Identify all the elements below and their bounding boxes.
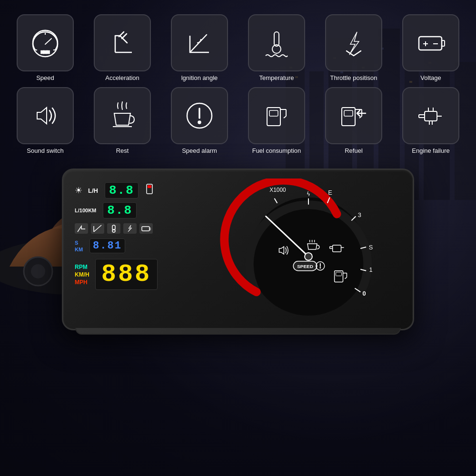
icon-label-engine: Engine failure [412,147,450,154]
l100km-label: L/100KM [75,208,96,213]
km-label: KM [75,247,83,252]
icon-item-engine: Engine failure [395,87,466,154]
hud-icon-angle [91,223,104,234]
ignition-icon [183,26,216,60]
sound-icon [29,99,62,132]
icon-box-throttle [325,14,382,71]
hud-icon-accel [75,223,88,234]
fuel-rate-digit: 8.8 [103,202,137,218]
hud-l100km-row: L/100KM 8.8 [75,202,208,218]
speed-units: S KM [75,240,83,252]
svg-line-68 [94,225,101,232]
icon-item-acceleration: Acceleration [87,14,158,81]
svg-text:X1000: X1000 [269,187,286,193]
icon-box-rest [94,87,151,144]
svg-line-23 [45,39,51,44]
icon-item-speed: KM/H Speed [10,14,81,81]
sun-icon: ☀ [75,185,82,196]
angle-small-icon [93,224,102,233]
hud-speed-km-row: S KM 8.81 [75,238,208,253]
rest-icon [106,99,139,132]
icon-box-sound [17,87,74,144]
icon-box-engine [402,87,459,144]
svg-rect-72 [142,227,149,231]
svg-text:SPEED: SPEED [297,264,313,269]
icon-box-ignition [171,14,228,71]
fuel-small-icon [145,183,154,198]
main-content: KM/H Speed Acceleration [0,0,476,476]
icon-label-ignition: lgnition angle [181,74,218,81]
icon-item-rest: Rest [87,87,158,154]
lh-label: L/H [88,187,98,194]
icon-label-throttle: Throttle positison [330,74,377,81]
svg-rect-73 [149,228,151,230]
battery-small-icon [141,224,151,233]
svg-line-50 [284,116,286,118]
speed-alarm-icon [183,99,216,132]
temperature-icon [260,26,293,60]
icon-item-throttle: Throttle positison [318,14,389,81]
hud-small-icons [75,223,208,234]
icon-item-fuel: Fuel consumption [241,87,312,154]
icon-item-voltage: Voltage [395,14,466,81]
svg-rect-52 [344,110,353,116]
hud-device: ☀ L/H 8.8 L/100KM 8.8 [62,169,414,330]
voltage-icon [414,26,447,60]
svg-point-100 [319,267,321,268]
icon-item-refuel: Refuel [318,87,389,154]
icon-label-speed: Speed [36,74,54,81]
fuel-indicator [145,183,154,198]
hud-speed-badge: SPEED [293,261,317,271]
svg-text:ϟ: ϟ [307,191,310,198]
hud-icon-battery [139,223,153,234]
icon-box-speed-alarm [171,87,228,144]
svg-text:3: 3 [358,211,361,218]
hud-left-panel: ☀ L/H 8.8 L/100KM 8.8 [75,178,208,320]
main-speed-digits: 888 [95,259,158,290]
svg-line-34 [190,35,207,52]
icon-label-speed-alarm: Speed alarm [182,147,217,154]
hud-right-panel: 0 1 S 3 E X1000 ϟ [216,178,401,320]
engine-icon [414,99,447,132]
svg-rect-37 [419,37,442,50]
hud-icon-temp [107,223,120,234]
icon-label-temperature: Temperature [259,74,294,81]
mph-label: MPH [75,279,89,286]
svg-rect-67 [148,185,151,188]
throttle-icon [337,26,370,60]
throttle-small-icon [125,224,135,233]
temp-small-icon [109,224,119,233]
svg-rect-38 [442,40,445,46]
svg-point-45 [198,121,201,124]
icon-box-speed: KM/H [17,14,74,71]
hud-lh-row: ☀ L/H 8.8 [75,182,208,198]
icon-label-rest: Rest [116,147,129,154]
icon-item-speed-alarm: Speed alarm [164,87,235,154]
svg-text:S: S [369,244,373,251]
speed-digit-1: 8.8 [105,182,139,198]
icon-box-temperature [248,14,305,71]
svg-point-90 [305,253,312,260]
svg-text:E: E [328,189,332,196]
svg-rect-35 [274,32,279,46]
speedometer-display: 0 1 S 3 E X1000 ϟ [216,178,401,320]
icon-label-voltage: Voltage [420,74,441,81]
svg-line-30 [119,32,124,37]
accel-small-icon [77,224,86,233]
hud-icon-throttle [123,223,137,234]
icon-label-refuel: Refuel [345,147,363,154]
rpm-label: RPM [75,264,89,270]
svg-text:1: 1 [369,266,373,273]
svg-line-86 [274,198,277,203]
main-speed-row: RPM KM/H MPH 888 [75,259,208,290]
icon-box-acceleration [94,14,151,71]
svg-rect-57 [425,111,437,121]
icon-label-acceleration: Acceleration [105,74,139,81]
icon-label-fuel: Fuel consumption [252,147,301,154]
svg-rect-47 [269,110,278,116]
fuel-icon [260,99,293,132]
icon-item-temperature: Temperature [241,14,312,81]
icon-box-refuel [325,87,382,144]
svg-text:0: 0 [363,290,366,297]
s-label: S [75,240,83,246]
